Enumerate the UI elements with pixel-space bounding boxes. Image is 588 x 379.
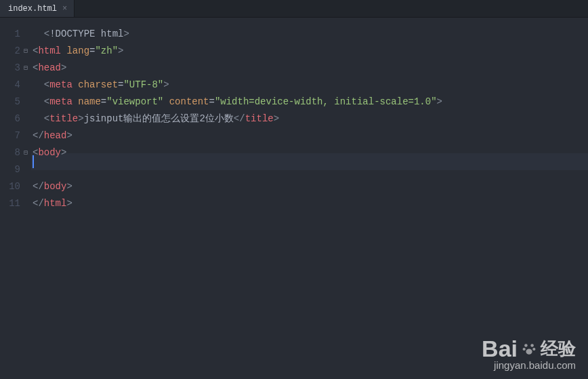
fold-icon <box>20 77 31 94</box>
line-number: 7 <box>0 127 20 144</box>
code-line: <body> <box>31 144 588 161</box>
line-number: 6 <box>0 111 20 127</box>
code-line: </body> <box>31 178 588 195</box>
code-line: <head> <box>31 60 588 77</box>
code-line <box>31 161 588 178</box>
code-text: <!DOCTYPE html><html lang="zh"><head> <m… <box>31 26 588 212</box>
fold-icon[interactable]: ⊟ <box>20 144 31 161</box>
code-area[interactable]: <!DOCTYPE html><html lang="zh"><head> <m… <box>31 18 588 379</box>
fold-icon <box>20 94 31 111</box>
text-cursor <box>33 155 34 168</box>
code-line: <meta charset="UTF-8"> <box>31 77 588 94</box>
code-line: <meta name="viewport" content="width=dev… <box>31 94 588 111</box>
line-number: 10 <box>0 178 20 195</box>
fold-icon <box>20 178 31 195</box>
fold-icon <box>20 161 31 178</box>
fold-icon <box>20 26 31 43</box>
fold-icon <box>20 195 31 212</box>
fold-icon[interactable]: ⊟ <box>20 60 31 77</box>
code-line: </html> <box>31 195 588 212</box>
fold-icon <box>20 127 31 144</box>
line-number: 1 <box>0 26 20 43</box>
tab-filename: index.html <box>8 4 57 14</box>
close-icon[interactable]: × <box>62 4 67 14</box>
fold-column: ⊟⊟⊟ <box>20 18 31 379</box>
line-number: 3 <box>0 60 20 77</box>
line-number: 4 <box>0 77 20 94</box>
fold-icon <box>20 111 31 127</box>
code-line: <!DOCTYPE html> <box>31 26 588 43</box>
code-editor[interactable]: 1234567891011 ⊟⊟⊟ <!DOCTYPE html><html l… <box>0 18 588 379</box>
tab-bar: index.html × <box>0 0 588 18</box>
line-number: 2 <box>0 43 20 60</box>
line-gutter: 1234567891011 <box>0 18 20 379</box>
line-number: 9 <box>0 161 20 178</box>
fold-icon[interactable]: ⊟ <box>20 43 31 60</box>
line-number: 5 <box>0 94 20 111</box>
code-line: <html lang="zh"> <box>31 43 588 60</box>
line-number: 11 <box>0 195 20 212</box>
line-number: 8 <box>0 144 20 161</box>
code-line: <title>jsinput输出的值怎么设置2位小数</title> <box>31 111 588 127</box>
tab-index-html[interactable]: index.html × <box>0 0 75 17</box>
code-line: </head> <box>31 127 588 144</box>
